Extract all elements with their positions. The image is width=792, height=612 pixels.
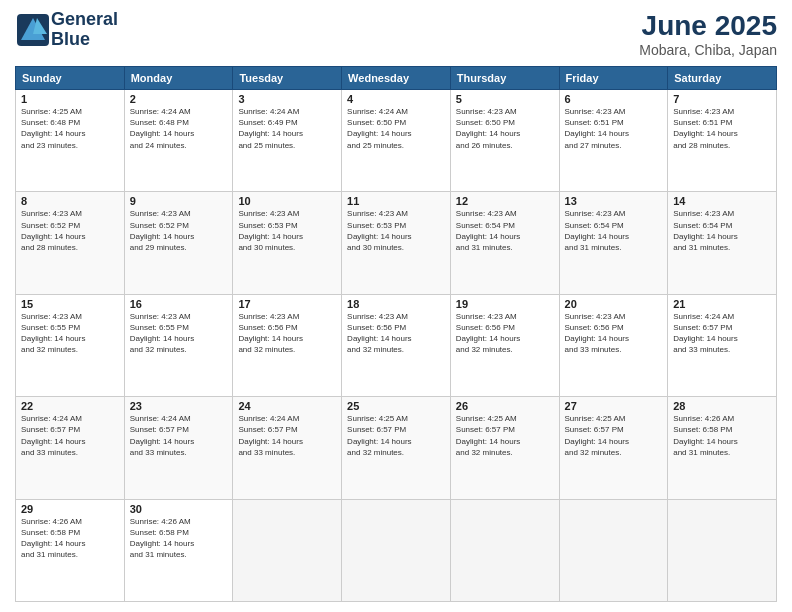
- day-number: 17: [238, 298, 336, 310]
- page: General Blue June 2025 Mobara, Chiba, Ja…: [0, 0, 792, 612]
- calendar-title: June 2025: [639, 10, 777, 42]
- day-info: Sunrise: 4:23 AM Sunset: 6:56 PM Dayligh…: [347, 311, 445, 356]
- day-cell: [342, 499, 451, 601]
- day-cell: 10Sunrise: 4:23 AM Sunset: 6:53 PM Dayli…: [233, 192, 342, 294]
- logo: General Blue: [15, 10, 118, 50]
- day-cell: 20Sunrise: 4:23 AM Sunset: 6:56 PM Dayli…: [559, 294, 668, 396]
- day-cell: 26Sunrise: 4:25 AM Sunset: 6:57 PM Dayli…: [450, 397, 559, 499]
- day-cell: 15Sunrise: 4:23 AM Sunset: 6:55 PM Dayli…: [16, 294, 125, 396]
- logo-text: General Blue: [51, 10, 118, 50]
- day-info: Sunrise: 4:23 AM Sunset: 6:54 PM Dayligh…: [673, 208, 771, 253]
- day-number: 25: [347, 400, 445, 412]
- day-cell: 8Sunrise: 4:23 AM Sunset: 6:52 PM Daylig…: [16, 192, 125, 294]
- day-cell: 19Sunrise: 4:23 AM Sunset: 6:56 PM Dayli…: [450, 294, 559, 396]
- day-info: Sunrise: 4:23 AM Sunset: 6:56 PM Dayligh…: [565, 311, 663, 356]
- day-number: 18: [347, 298, 445, 310]
- day-info: Sunrise: 4:23 AM Sunset: 6:54 PM Dayligh…: [565, 208, 663, 253]
- week-row-2: 8Sunrise: 4:23 AM Sunset: 6:52 PM Daylig…: [16, 192, 777, 294]
- day-number: 8: [21, 195, 119, 207]
- day-number: 11: [347, 195, 445, 207]
- day-number: 4: [347, 93, 445, 105]
- day-info: Sunrise: 4:25 AM Sunset: 6:57 PM Dayligh…: [456, 413, 554, 458]
- week-row-1: 1Sunrise: 4:25 AM Sunset: 6:48 PM Daylig…: [16, 90, 777, 192]
- day-info: Sunrise: 4:25 AM Sunset: 6:57 PM Dayligh…: [347, 413, 445, 458]
- day-info: Sunrise: 4:23 AM Sunset: 6:52 PM Dayligh…: [130, 208, 228, 253]
- day-info: Sunrise: 4:23 AM Sunset: 6:55 PM Dayligh…: [21, 311, 119, 356]
- day-info: Sunrise: 4:23 AM Sunset: 6:51 PM Dayligh…: [673, 106, 771, 151]
- day-cell: 25Sunrise: 4:25 AM Sunset: 6:57 PM Dayli…: [342, 397, 451, 499]
- title-block: June 2025 Mobara, Chiba, Japan: [639, 10, 777, 58]
- day-header-thursday: Thursday: [450, 67, 559, 90]
- calendar-subtitle: Mobara, Chiba, Japan: [639, 42, 777, 58]
- day-number: 16: [130, 298, 228, 310]
- day-number: 28: [673, 400, 771, 412]
- day-info: Sunrise: 4:24 AM Sunset: 6:50 PM Dayligh…: [347, 106, 445, 151]
- day-info: Sunrise: 4:23 AM Sunset: 6:56 PM Dayligh…: [456, 311, 554, 356]
- day-info: Sunrise: 4:24 AM Sunset: 6:57 PM Dayligh…: [238, 413, 336, 458]
- day-info: Sunrise: 4:24 AM Sunset: 6:57 PM Dayligh…: [673, 311, 771, 356]
- day-number: 12: [456, 195, 554, 207]
- day-header-monday: Monday: [124, 67, 233, 90]
- day-number: 6: [565, 93, 663, 105]
- day-header-tuesday: Tuesday: [233, 67, 342, 90]
- day-cell: 18Sunrise: 4:23 AM Sunset: 6:56 PM Dayli…: [342, 294, 451, 396]
- day-cell: 2Sunrise: 4:24 AM Sunset: 6:48 PM Daylig…: [124, 90, 233, 192]
- day-info: Sunrise: 4:23 AM Sunset: 6:56 PM Dayligh…: [238, 311, 336, 356]
- day-number: 3: [238, 93, 336, 105]
- day-cell: 7Sunrise: 4:23 AM Sunset: 6:51 PM Daylig…: [668, 90, 777, 192]
- day-number: 26: [456, 400, 554, 412]
- week-row-4: 22Sunrise: 4:24 AM Sunset: 6:57 PM Dayli…: [16, 397, 777, 499]
- day-number: 23: [130, 400, 228, 412]
- day-number: 7: [673, 93, 771, 105]
- day-number: 10: [238, 195, 336, 207]
- day-cell: 30Sunrise: 4:26 AM Sunset: 6:58 PM Dayli…: [124, 499, 233, 601]
- day-cell: 16Sunrise: 4:23 AM Sunset: 6:55 PM Dayli…: [124, 294, 233, 396]
- week-row-3: 15Sunrise: 4:23 AM Sunset: 6:55 PM Dayli…: [16, 294, 777, 396]
- day-number: 21: [673, 298, 771, 310]
- day-info: Sunrise: 4:25 AM Sunset: 6:48 PM Dayligh…: [21, 106, 119, 151]
- day-info: Sunrise: 4:24 AM Sunset: 6:48 PM Dayligh…: [130, 106, 228, 151]
- day-cell: 3Sunrise: 4:24 AM Sunset: 6:49 PM Daylig…: [233, 90, 342, 192]
- day-cell: [559, 499, 668, 601]
- day-cell: 5Sunrise: 4:23 AM Sunset: 6:50 PM Daylig…: [450, 90, 559, 192]
- day-number: 30: [130, 503, 228, 515]
- day-cell: 13Sunrise: 4:23 AM Sunset: 6:54 PM Dayli…: [559, 192, 668, 294]
- day-info: Sunrise: 4:26 AM Sunset: 6:58 PM Dayligh…: [21, 516, 119, 561]
- day-number: 5: [456, 93, 554, 105]
- day-info: Sunrise: 4:23 AM Sunset: 6:55 PM Dayligh…: [130, 311, 228, 356]
- day-info: Sunrise: 4:25 AM Sunset: 6:57 PM Dayligh…: [565, 413, 663, 458]
- day-cell: 14Sunrise: 4:23 AM Sunset: 6:54 PM Dayli…: [668, 192, 777, 294]
- day-number: 19: [456, 298, 554, 310]
- day-info: Sunrise: 4:23 AM Sunset: 6:50 PM Dayligh…: [456, 106, 554, 151]
- day-number: 9: [130, 195, 228, 207]
- day-info: Sunrise: 4:26 AM Sunset: 6:58 PM Dayligh…: [673, 413, 771, 458]
- day-info: Sunrise: 4:23 AM Sunset: 6:51 PM Dayligh…: [565, 106, 663, 151]
- day-info: Sunrise: 4:24 AM Sunset: 6:49 PM Dayligh…: [238, 106, 336, 151]
- day-cell: 29Sunrise: 4:26 AM Sunset: 6:58 PM Dayli…: [16, 499, 125, 601]
- day-cell: [450, 499, 559, 601]
- day-cell: 27Sunrise: 4:25 AM Sunset: 6:57 PM Dayli…: [559, 397, 668, 499]
- logo-icon: [15, 12, 51, 48]
- day-cell: 24Sunrise: 4:24 AM Sunset: 6:57 PM Dayli…: [233, 397, 342, 499]
- day-number: 29: [21, 503, 119, 515]
- day-number: 14: [673, 195, 771, 207]
- day-number: 2: [130, 93, 228, 105]
- day-cell: 21Sunrise: 4:24 AM Sunset: 6:57 PM Dayli…: [668, 294, 777, 396]
- day-number: 22: [21, 400, 119, 412]
- day-cell: 9Sunrise: 4:23 AM Sunset: 6:52 PM Daylig…: [124, 192, 233, 294]
- day-header-sunday: Sunday: [16, 67, 125, 90]
- day-info: Sunrise: 4:23 AM Sunset: 6:53 PM Dayligh…: [347, 208, 445, 253]
- calendar-table: SundayMondayTuesdayWednesdayThursdayFrid…: [15, 66, 777, 602]
- day-info: Sunrise: 4:26 AM Sunset: 6:58 PM Dayligh…: [130, 516, 228, 561]
- day-number: 24: [238, 400, 336, 412]
- day-cell: 22Sunrise: 4:24 AM Sunset: 6:57 PM Dayli…: [16, 397, 125, 499]
- day-info: Sunrise: 4:23 AM Sunset: 6:53 PM Dayligh…: [238, 208, 336, 253]
- header-row: SundayMondayTuesdayWednesdayThursdayFrid…: [16, 67, 777, 90]
- day-cell: 28Sunrise: 4:26 AM Sunset: 6:58 PM Dayli…: [668, 397, 777, 499]
- day-header-wednesday: Wednesday: [342, 67, 451, 90]
- day-info: Sunrise: 4:23 AM Sunset: 6:52 PM Dayligh…: [21, 208, 119, 253]
- day-info: Sunrise: 4:23 AM Sunset: 6:54 PM Dayligh…: [456, 208, 554, 253]
- day-info: Sunrise: 4:24 AM Sunset: 6:57 PM Dayligh…: [21, 413, 119, 458]
- day-cell: 6Sunrise: 4:23 AM Sunset: 6:51 PM Daylig…: [559, 90, 668, 192]
- day-cell: 12Sunrise: 4:23 AM Sunset: 6:54 PM Dayli…: [450, 192, 559, 294]
